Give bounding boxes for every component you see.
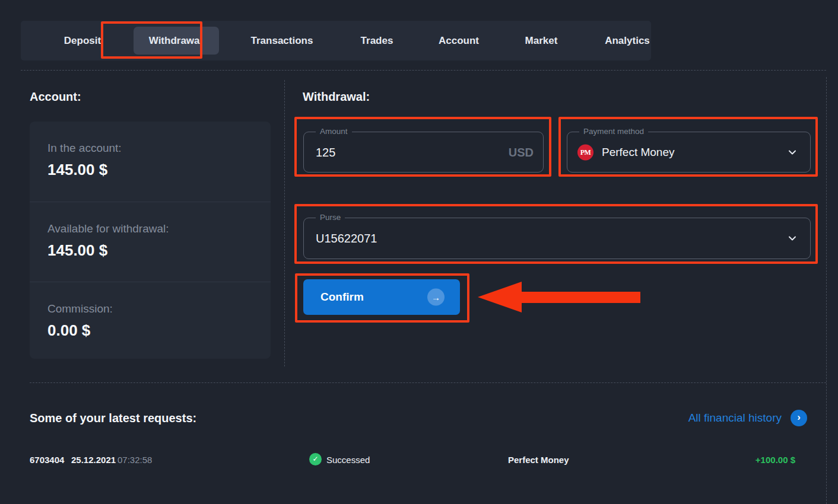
divider-right-edge	[826, 77, 827, 504]
arrow-right-icon: →	[427, 289, 445, 306]
perfect-money-icon: PM	[577, 144, 593, 160]
withdrawal-page: Deposit Withdrawal Transactions Trades A…	[0, 0, 838, 504]
commission-label: Commission:	[47, 302, 271, 315]
tab-withdrawal[interactable]: Withdrawal	[149, 21, 203, 60]
purse-select[interactable]: Purse U15622071	[303, 218, 811, 259]
account-summary-cards: In the account: 145.00 $ Available for w…	[30, 122, 271, 359]
amount-value: 125	[316, 145, 335, 159]
tab-account[interactable]: Account	[439, 21, 479, 60]
tab-market[interactable]: Market	[525, 21, 558, 60]
in-account-label: In the account:	[47, 142, 271, 155]
tab-trades[interactable]: Trades	[361, 21, 393, 60]
tab-transactions[interactable]: Transactions	[251, 21, 313, 60]
main-nav: Deposit Withdrawal Transactions Trades A…	[21, 21, 651, 60]
commission-card: Commission: 0.00 $	[30, 282, 271, 359]
purse-value: U15622071	[316, 232, 377, 245]
confirm-button-label: Confirm	[320, 291, 364, 304]
amount-label: Amount	[316, 127, 352, 136]
request-status: Successed	[326, 455, 370, 465]
in-account-value: 145.00 $	[47, 161, 271, 179]
tab-deposit[interactable]: Deposit	[64, 21, 101, 60]
commission-value: 0.00 $	[47, 321, 271, 340]
amount-input[interactable]: Amount 125 USD	[303, 132, 544, 173]
chevron-right-icon[interactable]: ›	[791, 410, 807, 426]
divider-columns	[284, 80, 285, 366]
account-heading: Account:	[30, 90, 81, 104]
available-label: Available for withdrawal:	[47, 222, 271, 235]
red-arrow-annotation	[478, 282, 641, 312]
request-row[interactable]: 6703404 25.12.2021 07:32:58 ✓ Successed …	[0, 448, 826, 474]
request-method: Perfect Money	[508, 455, 569, 465]
chevron-down-icon	[788, 148, 797, 157]
account-balance-card: In the account: 145.00 $	[30, 122, 271, 202]
payment-method-value: Perfect Money	[602, 146, 675, 159]
request-amount: +100.00 $	[756, 455, 795, 465]
payment-method-select[interactable]: Payment method PM Perfect Money	[567, 132, 811, 173]
withdrawal-heading: Withdrawal:	[303, 90, 370, 104]
confirm-button[interactable]: Confirm →	[303, 279, 460, 315]
tab-analytics[interactable]: Analytics	[605, 21, 650, 60]
latest-requests-heading: Some of your latest requests:	[30, 412, 196, 425]
request-time: 07:32:58	[118, 455, 152, 465]
payment-method-label: Payment method	[579, 127, 648, 136]
purse-label: Purse	[316, 213, 345, 222]
chevron-down-icon	[788, 234, 797, 243]
all-financial-history-link[interactable]: All financial history	[688, 412, 782, 425]
available-value: 145.00 $	[47, 241, 271, 260]
request-id: 6703404	[30, 455, 64, 465]
check-icon: ✓	[309, 453, 322, 465]
request-date: 25.12.2021	[71, 455, 116, 465]
divider-top	[21, 70, 826, 71]
available-withdrawal-card: Available for withdrawal: 145.00 $	[30, 202, 271, 282]
divider-history	[30, 382, 826, 383]
amount-currency: USD	[509, 145, 534, 159]
